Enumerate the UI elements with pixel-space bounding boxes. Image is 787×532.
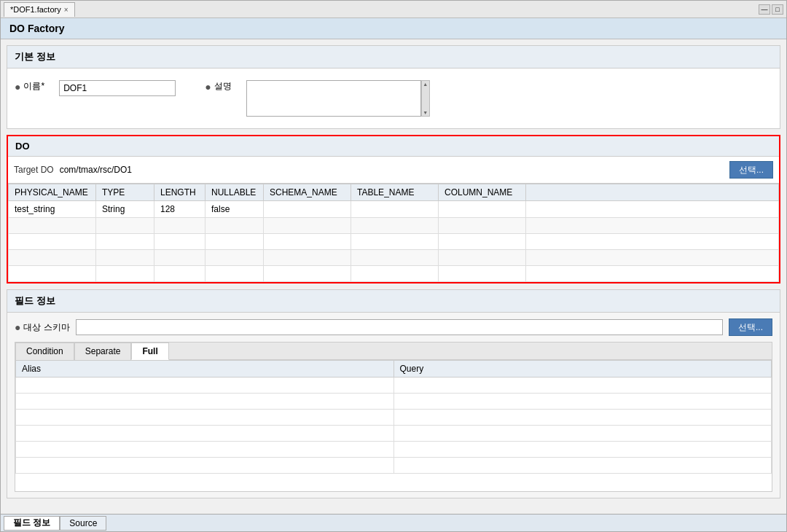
- schema-input[interactable]: [76, 319, 723, 335]
- basic-info-title: 기본 정보: [15, 51, 55, 62]
- desc-container: ▲ ▼: [246, 80, 421, 117]
- cell-empty: [96, 266, 154, 282]
- desc-textarea[interactable]: [246, 80, 421, 117]
- cell-empty: [439, 250, 526, 266]
- do-table-header-row: PHYSICAL_NAME TYPE LENGTH NULLABLE SCHEM…: [9, 184, 779, 201]
- col-table-name: TABLE_NAME: [351, 184, 439, 201]
- cell-query: [394, 410, 772, 426]
- schema-label-text: 대상 스키마: [23, 321, 69, 334]
- cell-query: [394, 458, 772, 474]
- title-tab[interactable]: *DOF1.factory ×: [4, 2, 75, 17]
- target-do-row: Target DO com/tmax/rsc/DO1 선택...: [8, 157, 779, 184]
- cell-extra: [526, 234, 779, 250]
- field-info-section-header: 필드 정보: [7, 290, 780, 313]
- cell-empty: [9, 234, 96, 250]
- scroll-area[interactable]: 기본 정보 ● 이름* ● 설명 ▲: [1, 39, 786, 514]
- cell-extra: [526, 266, 779, 282]
- schema-label: ● 대상 스키마: [15, 321, 70, 334]
- tab-full[interactable]: Full: [131, 343, 168, 360]
- tab-separate[interactable]: Separate: [74, 343, 132, 360]
- cell-type: String: [96, 201, 154, 218]
- field-info-section-title: 필드 정보: [15, 295, 55, 306]
- name-label: ● 이름*: [15, 80, 44, 93]
- do-factory-title: DO Factory: [9, 23, 64, 34]
- cell-empty: [9, 250, 96, 266]
- scroll-down-icon[interactable]: ▼: [423, 110, 428, 115]
- alias-table-row: [16, 410, 772, 426]
- cell-empty: [439, 266, 526, 282]
- cell-nullable: false: [205, 201, 264, 218]
- bottom-tab-field-info-label: 필드 정보: [13, 517, 50, 529]
- tab-content-full: Alias Query: [15, 360, 772, 491]
- table-row: [9, 218, 779, 234]
- name-input[interactable]: [59, 80, 176, 96]
- tabs-header: Condition Separate Full: [15, 343, 772, 360]
- cell-empty: [264, 250, 351, 266]
- table-row: [9, 250, 779, 266]
- do-section: DO Target DO com/tmax/rsc/DO1 선택... PHYS…: [7, 135, 780, 283]
- cell-alias: [16, 426, 394, 442]
- cell-query: [394, 394, 772, 410]
- do-table-container: PHYSICAL_NAME TYPE LENGTH NULLABLE SCHEM…: [8, 184, 779, 282]
- cell-empty: [439, 218, 526, 234]
- cell-extra: [526, 218, 779, 234]
- col-physical-name: PHYSICAL_NAME: [9, 184, 96, 201]
- basic-info-header: 기본 정보: [7, 46, 780, 69]
- bottom-tabs: 필드 정보 Source: [1, 514, 786, 531]
- cell-query: [394, 442, 772, 458]
- alias-table-row: [16, 394, 772, 410]
- bottom-tab-source[interactable]: Source: [60, 516, 106, 531]
- table-row: [9, 234, 779, 250]
- tab-condition[interactable]: Condition: [15, 343, 74, 360]
- title-tab-close[interactable]: ×: [64, 6, 68, 14]
- maximize-button[interactable]: □: [772, 4, 783, 15]
- alias-table-row: [16, 442, 772, 458]
- cell-empty: [154, 218, 205, 234]
- desc-scrollbar: ▲ ▼: [421, 80, 430, 117]
- name-label-text: 이름*: [23, 80, 44, 93]
- cell-empty: [154, 266, 205, 282]
- cell-empty: [154, 250, 205, 266]
- target-do-label: Target DO: [14, 165, 54, 175]
- schema-bullet: ●: [15, 321, 20, 333]
- cell-empty: [439, 234, 526, 250]
- table-row: [9, 266, 779, 282]
- basic-info-body: ● 이름* ● 설명 ▲ ▼: [7, 69, 780, 128]
- cell-empty: [351, 250, 439, 266]
- alias-table-row: [16, 426, 772, 442]
- cell-extra: [526, 250, 779, 266]
- cell-alias: [16, 458, 394, 474]
- col-query: Query: [394, 361, 772, 378]
- desc-label-text: 설명: [214, 80, 232, 93]
- cell-column-name: [439, 201, 526, 218]
- cell-empty: [205, 234, 264, 250]
- cell-empty: [205, 250, 264, 266]
- minimize-button[interactable]: —: [759, 4, 770, 15]
- bottom-tab-field-info[interactable]: 필드 정보: [4, 516, 60, 531]
- title-tab-label: *DOF1.factory: [10, 5, 61, 14]
- field-info-body: ● 대상 스키마 선택... Condition Separate: [7, 313, 780, 498]
- do-factory-header: DO Factory: [1, 18, 786, 39]
- scroll-up-icon[interactable]: ▲: [423, 82, 428, 87]
- schema-select-button[interactable]: 선택...: [729, 318, 772, 336]
- cell-empty: [264, 218, 351, 234]
- bottom-tab-source-label: Source: [69, 518, 97, 528]
- cell-empty: [96, 234, 154, 250]
- col-column-name: COLUMN_NAME: [439, 184, 526, 201]
- do-section-body: Target DO com/tmax/rsc/DO1 선택... PHYSICA…: [8, 157, 779, 282]
- alias-table-row: [16, 378, 772, 394]
- cell-empty: [9, 266, 96, 282]
- alias-table: Alias Query: [15, 360, 772, 474]
- cell-schema-name: [264, 201, 351, 218]
- window-controls: — □: [759, 4, 783, 15]
- cell-table-name: [351, 201, 439, 218]
- tab-separate-label: Separate: [85, 346, 121, 356]
- table-row: test_string String 128 false: [9, 201, 779, 218]
- desc-label: ● 설명: [205, 80, 231, 93]
- target-do-value: com/tmax/rsc/DO1: [60, 165, 724, 175]
- cell-empty: [351, 266, 439, 282]
- cell-alias: [16, 410, 394, 426]
- field-info-section: 필드 정보 ● 대상 스키마 선택... Condition: [7, 289, 780, 498]
- target-do-select-button[interactable]: 선택...: [729, 161, 773, 179]
- cell-alias: [16, 442, 394, 458]
